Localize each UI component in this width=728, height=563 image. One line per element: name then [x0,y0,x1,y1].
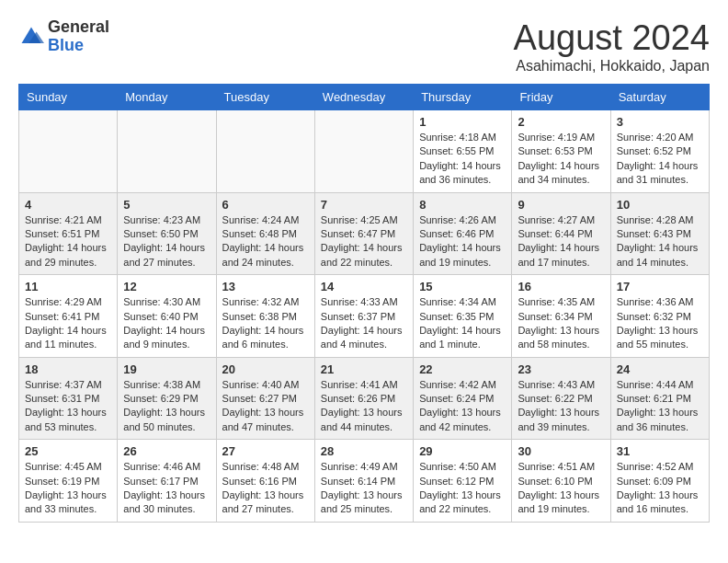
day-number: 30 [518,444,604,458]
calendar-cell: 11Sunrise: 4:29 AMSunset: 6:41 PMDayligh… [19,275,118,358]
day-info: Sunrise: 4:50 AMSunset: 6:12 PMDaylight:… [419,460,506,517]
calendar-cell: 30Sunrise: 4:51 AMSunset: 6:10 PMDayligh… [512,440,610,523]
calendar-cell: 9Sunrise: 4:27 AMSunset: 6:44 PMDaylight… [512,192,610,275]
day-number: 15 [419,280,506,293]
day-info: Sunrise: 4:26 AMSunset: 6:46 PMDaylight:… [419,213,506,270]
week-row-3: 11Sunrise: 4:29 AMSunset: 6:41 PMDayligh… [19,275,710,358]
calendar-cell: 22Sunrise: 4:42 AMSunset: 6:24 PMDayligh… [414,357,512,440]
day-number: 8 [419,198,506,212]
calendar-cell: 7Sunrise: 4:25 AMSunset: 6:47 PMDaylight… [314,192,413,275]
calendar-cell: 14Sunrise: 4:33 AMSunset: 6:37 PMDayligh… [314,275,413,358]
weekday-header-thursday: Thursday [414,85,512,110]
week-row-2: 4Sunrise: 4:21 AMSunset: 6:51 PMDaylight… [19,192,710,275]
day-info: Sunrise: 4:35 AMSunset: 6:34 PMDaylight:… [518,295,604,352]
weekday-header-sunday: Sunday [19,85,118,110]
month-title: August 2024 [514,18,710,58]
day-info: Sunrise: 4:19 AMSunset: 6:53 PMDaylight:… [518,131,604,188]
day-number: 22 [419,362,506,376]
day-number: 1 [419,115,506,129]
day-info: Sunrise: 4:48 AMSunset: 6:16 PMDaylight:… [222,460,309,517]
day-info: Sunrise: 4:25 AMSunset: 6:47 PMDaylight:… [321,213,407,270]
calendar-cell [19,110,118,193]
calendar-cell: 23Sunrise: 4:43 AMSunset: 6:22 PMDayligh… [512,357,610,440]
day-info: Sunrise: 4:20 AMSunset: 6:52 PMDaylight:… [617,131,703,188]
calendar-cell: 28Sunrise: 4:49 AMSunset: 6:14 PMDayligh… [314,440,413,523]
day-info: Sunrise: 4:40 AMSunset: 6:27 PMDaylight:… [222,378,309,435]
day-info: Sunrise: 4:30 AMSunset: 6:40 PMDaylight:… [123,295,210,352]
day-info: Sunrise: 4:32 AMSunset: 6:38 PMDaylight:… [222,295,309,352]
day-info: Sunrise: 4:41 AMSunset: 6:26 PMDaylight:… [321,378,407,435]
day-info: Sunrise: 4:34 AMSunset: 6:35 PMDaylight:… [419,295,506,352]
day-number: 26 [123,444,210,458]
calendar-cell: 31Sunrise: 4:52 AMSunset: 6:09 PMDayligh… [610,440,709,523]
day-number: 12 [123,280,210,293]
day-number: 3 [617,115,703,129]
calendar-cell: 13Sunrise: 4:32 AMSunset: 6:38 PMDayligh… [216,275,314,358]
calendar-cell: 21Sunrise: 4:41 AMSunset: 6:26 PMDayligh… [314,357,413,440]
location-text: Asahimachi, Hokkaido, Japan [514,58,710,75]
calendar-table: SundayMondayTuesdayWednesdayThursdayFrid… [18,84,710,523]
day-number: 13 [222,280,309,293]
calendar-cell: 8Sunrise: 4:26 AMSunset: 6:46 PMDaylight… [414,192,512,275]
day-info: Sunrise: 4:44 AMSunset: 6:21 PMDaylight:… [617,378,703,435]
day-info: Sunrise: 4:37 AMSunset: 6:31 PMDaylight:… [25,378,111,435]
weekday-header-friday: Friday [512,85,610,110]
weekday-header-monday: Monday [118,85,216,110]
day-info: Sunrise: 4:18 AMSunset: 6:55 PMDaylight:… [419,131,506,188]
calendar-cell: 15Sunrise: 4:34 AMSunset: 6:35 PMDayligh… [414,275,512,358]
week-row-4: 18Sunrise: 4:37 AMSunset: 6:31 PMDayligh… [19,357,710,440]
calendar-cell: 19Sunrise: 4:38 AMSunset: 6:29 PMDayligh… [118,357,216,440]
day-info: Sunrise: 4:42 AMSunset: 6:24 PMDaylight:… [419,378,506,435]
day-number: 7 [321,198,407,212]
calendar-cell: 29Sunrise: 4:50 AMSunset: 6:12 PMDayligh… [414,440,512,523]
day-info: Sunrise: 4:24 AMSunset: 6:48 PMDaylight:… [222,213,309,270]
day-info: Sunrise: 4:52 AMSunset: 6:09 PMDaylight:… [617,460,703,517]
day-number: 28 [321,444,407,458]
day-number: 18 [25,362,111,376]
day-number: 29 [419,444,506,458]
day-info: Sunrise: 4:49 AMSunset: 6:14 PMDaylight:… [321,460,407,517]
calendar-cell [314,110,413,193]
logo-general-text: General [48,17,109,36]
week-row-1: 1Sunrise: 4:18 AMSunset: 6:55 PMDaylight… [19,110,710,193]
day-info: Sunrise: 4:33 AMSunset: 6:37 PMDaylight:… [321,295,407,352]
calendar-cell: 10Sunrise: 4:28 AMSunset: 6:43 PMDayligh… [610,192,709,275]
day-info: Sunrise: 4:29 AMSunset: 6:41 PMDaylight:… [25,295,111,352]
calendar-cell: 2Sunrise: 4:19 AMSunset: 6:53 PMDaylight… [512,110,610,193]
week-row-5: 25Sunrise: 4:45 AMSunset: 6:19 PMDayligh… [19,440,710,523]
calendar-cell: 25Sunrise: 4:45 AMSunset: 6:19 PMDayligh… [19,440,118,523]
day-info: Sunrise: 4:36 AMSunset: 6:32 PMDaylight:… [617,295,703,352]
calendar-cell: 6Sunrise: 4:24 AMSunset: 6:48 PMDaylight… [216,192,314,275]
calendar-cell: 26Sunrise: 4:46 AMSunset: 6:17 PMDayligh… [118,440,216,523]
calendar-cell: 17Sunrise: 4:36 AMSunset: 6:32 PMDayligh… [610,275,709,358]
calendar-cell [118,110,216,193]
day-number: 31 [617,444,703,458]
day-info: Sunrise: 4:45 AMSunset: 6:19 PMDaylight:… [25,460,111,517]
calendar-cell: 20Sunrise: 4:40 AMSunset: 6:27 PMDayligh… [216,357,314,440]
calendar-cell: 24Sunrise: 4:44 AMSunset: 6:21 PMDayligh… [610,357,709,440]
logo: General Blue [18,18,109,55]
calendar-cell: 12Sunrise: 4:30 AMSunset: 6:40 PMDayligh… [118,275,216,358]
day-number: 9 [518,198,604,212]
title-area: August 2024 Asahimachi, Hokkaido, Japan [514,18,710,75]
weekday-header-wednesday: Wednesday [314,85,413,110]
day-number: 21 [321,362,407,376]
weekday-header-saturday: Saturday [610,85,709,110]
day-number: 24 [617,362,703,376]
calendar-cell: 3Sunrise: 4:20 AMSunset: 6:52 PMDaylight… [610,110,709,193]
calendar-cell: 27Sunrise: 4:48 AMSunset: 6:16 PMDayligh… [216,440,314,523]
day-info: Sunrise: 4:38 AMSunset: 6:29 PMDaylight:… [123,378,210,435]
logo-blue-text: Blue [48,36,84,54]
calendar-cell: 18Sunrise: 4:37 AMSunset: 6:31 PMDayligh… [19,357,118,440]
day-number: 17 [617,280,703,293]
calendar-cell: 5Sunrise: 4:23 AMSunset: 6:50 PMDaylight… [118,192,216,275]
day-number: 20 [222,362,309,376]
day-info: Sunrise: 4:51 AMSunset: 6:10 PMDaylight:… [518,460,604,517]
day-number: 14 [321,280,407,293]
weekday-header-tuesday: Tuesday [216,85,314,110]
day-number: 10 [617,198,703,212]
day-info: Sunrise: 4:23 AMSunset: 6:50 PMDaylight:… [123,213,210,270]
weekday-header-row: SundayMondayTuesdayWednesdayThursdayFrid… [19,85,710,110]
day-number: 25 [25,444,111,458]
calendar-cell: 16Sunrise: 4:35 AMSunset: 6:34 PMDayligh… [512,275,610,358]
